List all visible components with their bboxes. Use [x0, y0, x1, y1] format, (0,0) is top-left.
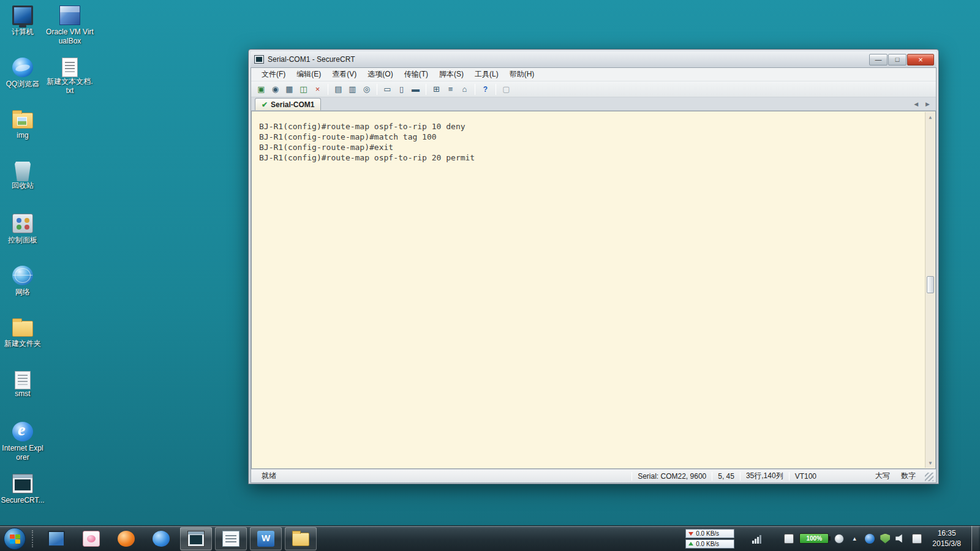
scroll-down-icon[interactable]: ▼: [927, 459, 934, 467]
volume-icon[interactable]: [895, 534, 907, 544]
taskbar-pinned-media-app[interactable]: [75, 527, 107, 550]
window-body: 文件(F) 编辑(E) 查看(V) 选项(O) 传输(T) 脚本(S) 工具(L…: [251, 67, 937, 483]
document-icon: [15, 371, 31, 389]
desktop-icon-recycle-bin[interactable]: 回收站: [0, 159, 45, 211]
network-speed-panel[interactable]: 0.0 KB/s 0.0 KB/s: [685, 529, 734, 549]
image-folder-icon: [12, 113, 33, 129]
battery-indicator[interactable]: 100%: [799, 533, 829, 544]
ime-indicator-icon[interactable]: [912, 534, 922, 544]
desktop-icon-new-folder[interactable]: 新建文件夹: [0, 315, 45, 367]
properties-icon[interactable]: ⊞: [430, 83, 443, 95]
desktop-icon-control-panel[interactable]: 控制面板: [0, 211, 45, 263]
securecrt-icon: [187, 531, 205, 547]
print-preview-icon[interactable]: ▯: [395, 83, 408, 95]
desktop-icon-internet-explorer[interactable]: Internet Explorer: [0, 419, 45, 471]
status-bar: 就绪 Serial: COM22, 9600 5, 45 35行,140列 VT…: [251, 469, 936, 482]
resize-grip[interactable]: [925, 473, 933, 481]
keymap-icon[interactable]: ⌂: [458, 83, 471, 95]
desktop-icon-computer[interactable]: 计算机: [0, 2, 45, 54]
window-title: Serial-COM1 - SecureCRT: [268, 55, 355, 64]
scrollbar-thumb[interactable]: [927, 276, 934, 293]
find-icon[interactable]: ◎: [360, 83, 373, 95]
menu-transfer[interactable]: 传输(T): [399, 67, 434, 81]
browser-orange-icon: [118, 531, 135, 547]
show-desktop-button[interactable]: [971, 526, 979, 551]
tab-scroll-left-icon[interactable]: ◀: [914, 101, 918, 107]
print-setup-icon[interactable]: ▬: [409, 83, 422, 95]
menu-edit[interactable]: 编辑(E): [291, 67, 326, 81]
paste-icon[interactable]: ▥: [346, 83, 359, 95]
virtualbox-icon: [59, 6, 80, 25]
taskbar-pinned-browser-blue[interactable]: [145, 527, 177, 550]
connected-check-icon: ✔: [262, 100, 268, 109]
toolbar-separator: [328, 84, 328, 95]
computer-icon: [48, 531, 65, 547]
taskbar-pinned-computer[interactable]: [40, 527, 72, 550]
session-manager-icon[interactable]: ◫: [297, 83, 310, 95]
desktop-icon-securecrt[interactable]: SecureCRT...: [0, 471, 45, 523]
clock-time: 16:35: [932, 528, 961, 538]
menu-file[interactable]: 文件(F): [256, 67, 291, 81]
tab-label: Serial-COM1: [271, 100, 314, 109]
signal-bar: [757, 537, 759, 544]
maximize-button[interactable]: □: [888, 54, 907, 66]
tab-bar: ✔ Serial-COM1 ◀ ▶: [251, 97, 936, 111]
securecrt-app-icon: [254, 55, 264, 64]
toolbar: ▣ ◉ ▦ ◫ × ▤ ▥ ◎ ▭ ▯ ▬ ⊞ ≡ ⌂ ? ▢: [251, 81, 936, 97]
help-icon[interactable]: ?: [479, 83, 492, 95]
browser-blue-icon: [153, 531, 170, 547]
signal-bar: [752, 541, 754, 544]
copy-icon[interactable]: ▤: [332, 83, 345, 95]
taskbar-running-securecrt[interactable]: [180, 527, 212, 550]
computer-icon: [12, 6, 33, 25]
connect-in-tab-icon[interactable]: ▦: [283, 83, 296, 95]
desktop-icon-smst[interactable]: smst: [0, 367, 45, 419]
desktop-icon-img-folder[interactable]: img: [0, 107, 45, 159]
tab-serial-com1[interactable]: ✔ Serial-COM1: [255, 98, 321, 110]
connect-icon[interactable]: ▣: [255, 83, 268, 95]
terminal-scrollbar[interactable]: ▲ ▼: [925, 112, 935, 468]
minimize-button[interactable]: —: [869, 54, 888, 66]
power-meter-icon[interactable]: [834, 534, 844, 544]
taskbar-running-notepad[interactable]: [215, 527, 247, 550]
tab-scroll-right-icon[interactable]: ▶: [925, 101, 930, 107]
desktop-icon-new-text-document[interactable]: 新建文本文档.txt: [45, 54, 94, 107]
menu-tools[interactable]: 工具(L): [469, 67, 504, 81]
taskbar-clock[interactable]: 16:35 2015/3/8: [927, 528, 966, 548]
disconnect-icon[interactable]: ×: [311, 83, 324, 95]
terminal[interactable]: BJ-R1(config)#route-map ospf-to-rip 10 d…: [251, 111, 936, 469]
menu-options[interactable]: 选项(O): [362, 67, 398, 81]
options-icon[interactable]: ≡: [444, 83, 457, 95]
taskbar-running-writer-app[interactable]: [250, 527, 282, 550]
taskbar: 0.0 KB/s 0.0 KB/s 100% ▲: [0, 525, 980, 551]
internet-explorer-icon: [12, 422, 33, 441]
taskbar-running-explorer[interactable]: [285, 527, 317, 550]
desktop-icon-qq-browser[interactable]: QQ浏览器: [0, 54, 45, 107]
action-center-icon[interactable]: [784, 534, 794, 544]
network-signal-icon[interactable]: [752, 534, 761, 544]
toolbar-separator: [377, 84, 377, 95]
taskbar-pinned-browser-orange[interactable]: [110, 527, 142, 550]
terminal-line: BJ-R1(config)#route-map ospf-to-rip 10 d…: [259, 121, 919, 132]
desktop-icon-label: 新建文件夹: [4, 339, 41, 348]
antivirus-icon[interactable]: [865, 534, 875, 544]
quick-connect-icon[interactable]: ◉: [269, 83, 282, 95]
system-tray: 0.0 KB/s 0.0 KB/s 100% ▲: [685, 526, 980, 551]
desktop-icon-virtualbox[interactable]: Oracle VM VirtualBox: [45, 2, 94, 54]
hidden-icons-arrow[interactable]: ▲: [850, 534, 859, 544]
menu-help[interactable]: 帮助(H): [504, 67, 540, 81]
desktop-icon-network[interactable]: 网络: [0, 263, 45, 315]
upload-speed-value: 0.0 KB/s: [696, 541, 719, 547]
close-button[interactable]: ×: [907, 54, 934, 66]
start-button[interactable]: [4, 528, 26, 550]
recycle-bin-icon: [15, 162, 31, 181]
toolbar-separator: [475, 84, 475, 95]
menu-view[interactable]: 查看(V): [326, 67, 362, 81]
print-icon[interactable]: ▭: [381, 83, 394, 95]
titlebar[interactable]: Serial-COM1 - SecureCRT — □ ×: [251, 51, 937, 67]
menu-script[interactable]: 脚本(S): [434, 67, 469, 81]
scroll-up-icon[interactable]: ▲: [927, 113, 934, 121]
security-shield-icon[interactable]: [880, 534, 890, 544]
tab-scroll-arrows: ◀ ▶: [914, 101, 932, 108]
about-icon[interactable]: ▢: [500, 83, 513, 95]
